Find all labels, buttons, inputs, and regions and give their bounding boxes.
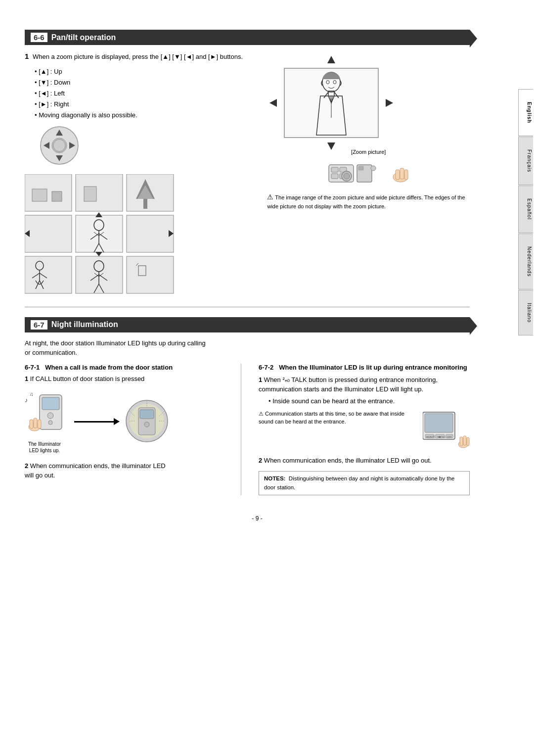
svg-rect-105	[460, 437, 463, 446]
notes-box: NOTES: Distinguishing between day and ni…	[259, 471, 470, 495]
svg-rect-13	[25, 256, 72, 293]
pantilt-control-diagram	[40, 126, 247, 167]
svg-point-79	[48, 421, 52, 425]
step2-672: 2 When communication ends, the illuminat…	[259, 456, 470, 466]
section-67-title: Night illumination	[51, 320, 118, 329]
svg-point-6	[53, 140, 65, 151]
svg-marker-53	[386, 99, 393, 107]
svg-rect-63	[331, 167, 338, 172]
bullet-inside-sound: • Inside sound can be heard at the entra…	[268, 397, 470, 405]
step1-671: 1 If CALL button of door station is pres…	[25, 375, 236, 382]
svg-marker-50	[327, 56, 335, 63]
warning-text-672: ⚠ Communication starts at this time, so …	[259, 410, 418, 426]
svg-rect-27	[143, 199, 147, 209]
section-67-header: 6-7 Night illumination	[25, 317, 470, 332]
step1-intro: 1 When a zoom picture is displayed, pres…	[25, 51, 247, 62]
subsection-671-header: 6-7-1 When a call is made from the door …	[25, 364, 236, 371]
svg-point-69	[371, 166, 376, 171]
warning-icon-672: ⚠	[259, 411, 264, 417]
svg-marker-46	[95, 212, 102, 217]
svg-rect-15	[127, 256, 174, 293]
svg-point-71	[344, 173, 350, 179]
step1-672: 1 When ²ₙ₀ TALK button is pressed during…	[259, 375, 470, 394]
svg-rect-75	[404, 170, 408, 180]
bullet-list-672: • Inside sound can be heard at the entra…	[268, 397, 470, 405]
controller-diagram	[267, 157, 470, 187]
svg-rect-106	[463, 436, 466, 445]
svg-rect-89	[140, 410, 154, 419]
svg-text:?☎TALK: ?☎TALK	[437, 435, 447, 438]
warning-icon-66: ⚠	[267, 193, 273, 201]
svg-rect-77	[42, 397, 59, 410]
bullet-up: [▲] : Up	[35, 66, 247, 77]
svg-rect-26	[84, 187, 96, 201]
section-67: 6-7 Night illumination At night, the doo…	[25, 317, 490, 495]
svg-rect-74	[400, 168, 404, 179]
svg-rect-24	[32, 189, 47, 201]
arrow-right-671	[74, 418, 120, 425]
svg-marker-52	[269, 99, 277, 107]
bullet-right: [►] : Right	[35, 99, 247, 110]
bullet-list-66: [▲] : Up [▼] : Down [◄] : Left [►] : Rig…	[35, 66, 247, 121]
svg-rect-68	[358, 166, 363, 170]
svg-rect-81	[30, 420, 33, 428]
svg-rect-82	[34, 418, 37, 428]
svg-point-90	[144, 422, 149, 427]
illuminator-label: The Illuminator LED lights up.	[25, 441, 64, 454]
warning-text-66: ⚠ The image range of the zoom picture an…	[267, 192, 470, 211]
svg-rect-25	[52, 191, 62, 201]
section-66-title: Pan/tilt operation	[51, 33, 116, 42]
svg-point-78	[47, 413, 53, 419]
night-illustration-671: ♪ ♫ The Illuminator LED lights up.	[25, 390, 236, 454]
svg-text:OFF: OFF	[447, 435, 452, 438]
svg-rect-65	[331, 174, 338, 179]
tab-italiano[interactable]: Italiano	[518, 290, 533, 335]
svg-rect-10	[25, 215, 72, 252]
svg-text:♫: ♫	[30, 391, 34, 397]
pantilt-grid	[25, 174, 178, 297]
tab-francais[interactable]: Français	[518, 137, 533, 185]
monitor-diagram: MONITOR ?☎TALK OFF	[423, 410, 470, 451]
bullet-left: [◄] : Left	[35, 88, 247, 99]
svg-rect-83	[38, 420, 41, 428]
bullet-down: [▼] : Down	[35, 77, 247, 88]
svg-text:♪: ♪	[25, 397, 28, 404]
section-66-number: 6-6	[31, 33, 47, 42]
section-67-number: 6-7	[31, 320, 47, 330]
section-67-intro: At night, the door station Illuminator L…	[25, 338, 213, 358]
svg-rect-97	[425, 414, 453, 432]
sidebar-tabs: English Français Español Nederlands Ital…	[518, 89, 534, 336]
svg-marker-51	[327, 142, 335, 150]
section-66-header: 6-6 Pan/tilt operation	[25, 30, 470, 45]
svg-rect-7	[25, 174, 72, 211]
section-66: 6-6 Pan/tilt operation 1 When a zoom pic…	[25, 30, 490, 297]
tab-english[interactable]: English	[518, 89, 533, 136]
tab-espanol[interactable]: Español	[518, 186, 533, 233]
svg-rect-12	[127, 215, 174, 252]
step2-671: 2 When communication ends, the illuminat…	[25, 461, 173, 480]
svg-rect-8	[76, 174, 123, 211]
page-number: - 9 -	[25, 515, 490, 522]
svg-rect-73	[396, 170, 400, 180]
subsection-672-header: 6-7-2 When the Illuminator LED is lit up…	[259, 364, 470, 371]
svg-marker-47	[95, 252, 102, 256]
bullet-diagonal: Moving diagonally is also possible.	[35, 110, 247, 121]
tab-nederlands[interactable]: Nederlands	[518, 234, 533, 289]
zoom-picture-area: [Zoom picture]	[267, 53, 470, 155]
svg-rect-107	[467, 437, 469, 446]
